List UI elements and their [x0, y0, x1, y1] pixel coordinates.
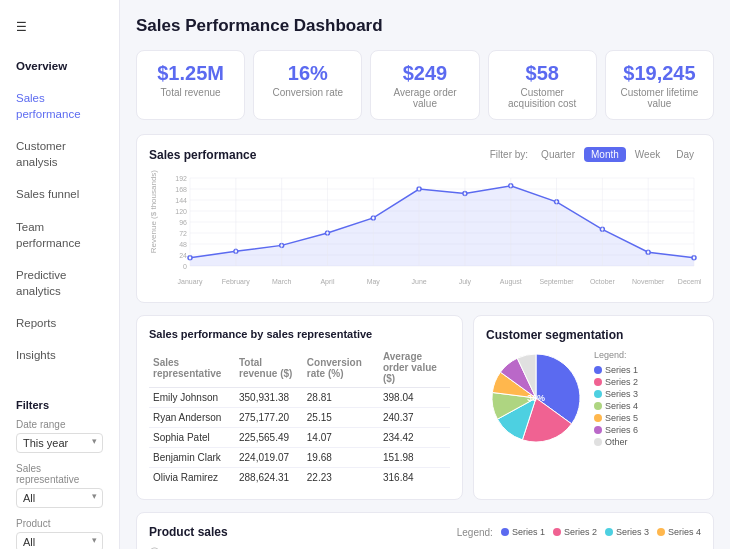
date-range-select[interactable]: This year [16, 433, 103, 453]
table-header: Total revenue ($) [235, 348, 303, 388]
svg-text:144: 144 [175, 197, 187, 204]
y-axis-label: Revenue ($ thousands) [149, 170, 158, 253]
product-sales-title: Product sales [149, 525, 228, 539]
pie-legend-item: Series 2 [594, 377, 638, 387]
svg-text:September: September [539, 278, 574, 286]
svg-text:May: May [367, 278, 381, 286]
chart-header: Sales performance Filter by: QuarterMont… [149, 147, 701, 162]
filter-tab-quarter[interactable]: Quarter [534, 147, 582, 162]
legend-color-dot [594, 390, 602, 398]
sidebar: ☰ OverviewSales performanceCustomer anal… [0, 0, 120, 549]
svg-text:October: October [590, 278, 616, 285]
filter-tab-week[interactable]: Week [628, 147, 667, 162]
main-content: Sales Performance Dashboard $1.25MTotal … [120, 0, 730, 549]
kpi-label-0: Total revenue [149, 87, 232, 98]
customer-seg-title: Customer segmentation [486, 328, 701, 342]
pie-legend-item: Series 1 [594, 365, 638, 375]
bottom-row: Sales performance by sales representativ… [136, 315, 714, 500]
svg-text:April: April [320, 278, 334, 286]
sales-rep-label: Sales representative [16, 463, 103, 485]
page-title: Sales Performance Dashboard [136, 16, 714, 36]
svg-text:March: March [272, 278, 292, 285]
svg-text:July: July [459, 278, 472, 286]
sidebar-item-team-performance[interactable]: Team performance [0, 211, 119, 259]
product-select-wrap: All [16, 532, 103, 549]
kpi-value-1: 16% [266, 61, 349, 85]
filter-by-label: Filter by: [490, 149, 528, 160]
sales-filter-tabs: QuarterMonthWeekDay [534, 147, 701, 162]
bar-legend-item: Series 4 [657, 527, 701, 537]
pie-legend-item: Other [594, 437, 638, 447]
table-row: Benjamin Clark224,019.0719.68151.98 [149, 448, 450, 468]
svg-text:December: December [678, 278, 701, 285]
sidebar-item-insights[interactable]: Insights [0, 339, 119, 371]
kpi-value-4: $19,245 [618, 61, 701, 85]
bar-legend-item: Series 3 [605, 527, 649, 537]
pie-legend-item: Series 5 [594, 413, 638, 423]
legend-color-dot [594, 414, 602, 422]
sidebar-item-sales-funnel[interactable]: Sales funnel [0, 178, 119, 210]
table-row: Emily Johnson350,931.3828.81398.04 [149, 388, 450, 408]
date-range-label: Date range [16, 419, 103, 430]
table-title: Sales performance by sales representativ… [149, 328, 450, 340]
bar-legend-item: Series 2 [553, 527, 597, 537]
product-filter: Product All [16, 518, 103, 549]
svg-text:192: 192 [175, 175, 187, 182]
sidebar-item-reports[interactable]: Reports [0, 307, 119, 339]
bar-legend-dot [553, 528, 561, 536]
kpi-label-3: Customer acquisition cost [501, 87, 584, 109]
bar-legend-dot [605, 528, 613, 536]
sidebar-nav: OverviewSales performanceCustomer analys… [0, 50, 119, 371]
kpi-row: $1.25MTotal revenue16%Conversion rate$24… [136, 50, 714, 120]
svg-text:96: 96 [179, 219, 187, 226]
bar-legend-item: Series 1 [501, 527, 545, 537]
pie-legend: Legend:Series 1Series 2Series 3Series 4S… [594, 350, 638, 447]
svg-text:June: June [411, 278, 426, 285]
kpi-label-2: Average order value [383, 87, 466, 109]
table-row: Olivia Ramirez288,624.3122.23316.84 [149, 468, 450, 488]
pie-chart: 36% [486, 348, 586, 448]
sidebar-item-predictive-analytics[interactable]: Predictive analytics [0, 259, 119, 307]
table-header: Average order value ($) [379, 348, 450, 388]
sidebar-item-overview[interactable]: Overview [0, 50, 119, 82]
product-label: Product [16, 518, 103, 529]
sales-chart-title: Sales performance [149, 148, 256, 162]
pie-legend-item: Series 3 [594, 389, 638, 399]
bar-chart-header: Product sales Legend: Series 1Series 2Se… [149, 525, 701, 539]
table-row: Sophia Patel225,565.4914.07234.42 [149, 428, 450, 448]
svg-text:48: 48 [179, 241, 187, 248]
kpi-label-1: Conversion rate [266, 87, 349, 98]
svg-text:24: 24 [179, 252, 187, 259]
kpi-card-4: $19,245Customer lifetime value [605, 50, 714, 120]
sales-table: Sales representativeTotal revenue ($)Con… [149, 348, 450, 487]
kpi-value-3: $58 [501, 61, 584, 85]
sidebar-item-sales-performance[interactable]: Sales performance [0, 82, 119, 130]
svg-text:36%: 36% [527, 393, 545, 403]
kpi-value-0: $1.25M [149, 61, 232, 85]
svg-text:168: 168 [175, 186, 187, 193]
kpi-value-2: $249 [383, 61, 466, 85]
pie-legend-item: Series 4 [594, 401, 638, 411]
hamburger-icon[interactable]: ☰ [0, 12, 119, 42]
legend-color-dot [594, 378, 602, 386]
filter-tab-day[interactable]: Day [669, 147, 701, 162]
kpi-card-3: $58Customer acquisition cost [488, 50, 597, 120]
legend-color-dot [594, 426, 602, 434]
bar-legend: Legend: Series 1Series 2Series 3Series 4 [457, 527, 701, 538]
bar-legend-dot [657, 528, 665, 536]
kpi-card-1: 16%Conversion rate [253, 50, 362, 120]
legend-color-dot [594, 402, 602, 410]
product-select[interactable]: All [16, 532, 103, 549]
kpi-card-0: $1.25MTotal revenue [136, 50, 245, 120]
table-header: Conversion rate (%) [303, 348, 379, 388]
legend-color-dot [594, 438, 602, 446]
sales-rep-select[interactable]: All [16, 488, 103, 508]
sidebar-item-customer-analysis[interactable]: Customer analysis [0, 130, 119, 178]
filter-tab-month[interactable]: Month [584, 147, 626, 162]
filter-tabs: Filter by: QuarterMonthWeekDay [490, 147, 701, 162]
sales-rep-filter: Sales representative All [16, 463, 103, 508]
date-range-filter: Date range This year [16, 419, 103, 453]
sales-performance-card: Sales performance Filter by: QuarterMont… [136, 134, 714, 303]
sales-line-chart: 024487296120144168192JanuaryFebruaryMarc… [162, 170, 701, 290]
bar-legend-dot [501, 528, 509, 536]
